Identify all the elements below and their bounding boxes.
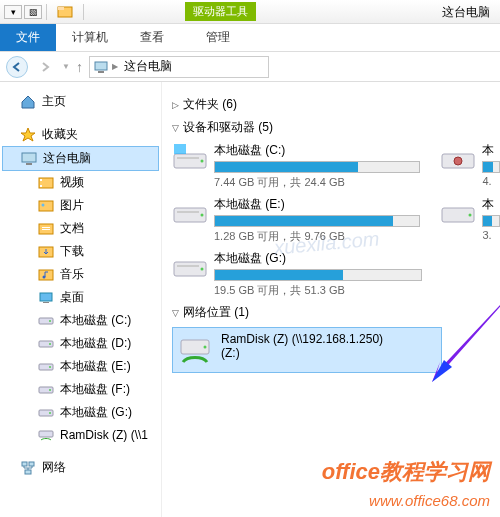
sidebar-item-videos[interactable]: 视频 xyxy=(0,171,161,194)
sidebar-label: 下载 xyxy=(60,243,84,260)
svg-rect-40 xyxy=(177,211,199,213)
drive-info: 本 3. xyxy=(482,196,500,244)
watermark: www.office68.com xyxy=(369,492,490,509)
sidebar-item-desktop[interactable]: 桌面 xyxy=(0,286,161,309)
sidebar-label: 本地磁盘 (F:) xyxy=(60,381,130,398)
manage-tab[interactable]: 管理 xyxy=(190,24,246,51)
sidebar-item-network[interactable]: 网络 xyxy=(0,456,161,479)
drive-stat: 7.44 GB 可用，共 24.4 GB xyxy=(214,175,420,190)
nav-bar: ▼ ↑ ▶ 这台电脑 xyxy=(0,52,500,82)
network-icon xyxy=(20,460,36,476)
sidebar-label: 本地磁盘 (D:) xyxy=(60,335,131,352)
sidebar-item-drive-d[interactable]: 本地磁盘 (D:) xyxy=(0,332,161,355)
drive-d-partial[interactable]: 本 4. xyxy=(440,142,500,190)
expand-icon: ▽ xyxy=(172,308,179,318)
history-dropdown[interactable]: ▼ xyxy=(62,62,70,71)
sidebar-label: 本地磁盘 (C:) xyxy=(60,312,131,329)
svg-rect-9 xyxy=(39,201,53,211)
svg-rect-34 xyxy=(174,144,186,154)
up-button[interactable]: ↑ xyxy=(76,59,83,75)
svg-point-43 xyxy=(469,214,472,217)
netdrive-icon xyxy=(177,332,213,368)
netdrive-icon xyxy=(38,427,54,443)
drive-icon xyxy=(172,196,208,232)
usage-bar xyxy=(482,215,500,227)
sidebar-item-drive-f[interactable]: 本地磁盘 (F:) xyxy=(0,378,161,401)
contextual-tab[interactable]: 驱动器工具 xyxy=(185,2,256,21)
svg-point-20 xyxy=(49,320,51,322)
drive-f-partial[interactable]: 本 3. xyxy=(440,196,500,244)
sidebar-item-favorites[interactable]: 收藏夹 xyxy=(0,123,161,146)
computer-tab[interactable]: 计算机 xyxy=(56,24,124,51)
sidebar-item-downloads[interactable]: 下载 xyxy=(0,240,161,263)
svg-point-28 xyxy=(49,412,51,414)
svg-rect-35 xyxy=(177,157,199,159)
sidebar-item-drive-e[interactable]: 本地磁盘 (E:) xyxy=(0,355,161,378)
breadcrumb[interactable]: 这台电脑 xyxy=(122,58,174,75)
svg-rect-29 xyxy=(39,431,53,437)
sidebar-label: 收藏夹 xyxy=(42,126,78,143)
sidebar-item-home[interactable]: 主页 xyxy=(0,90,161,113)
svg-point-26 xyxy=(49,389,51,391)
sidebar-label: 桌面 xyxy=(60,289,84,306)
sidebar-item-drive-g[interactable]: 本地磁盘 (G:) xyxy=(0,401,161,424)
file-tab[interactable]: 文件 xyxy=(0,24,56,51)
sidebar-label: 网络 xyxy=(42,459,66,476)
download-icon xyxy=(38,244,54,260)
section-folders[interactable]: ▷ 文件夹 (6) xyxy=(172,96,500,113)
qat-btn[interactable]: ▧ xyxy=(24,5,42,19)
drive-icon xyxy=(38,336,54,352)
drive-label: 本 xyxy=(482,196,500,213)
drive-icon xyxy=(38,359,54,375)
drive-icon xyxy=(38,313,54,329)
watermark: office教程学习网 xyxy=(322,457,490,487)
usage-bar xyxy=(214,161,420,173)
sidebar-item-pictures[interactable]: 图片 xyxy=(0,194,161,217)
sidebar-label: 这台电脑 xyxy=(43,150,91,167)
pc-icon xyxy=(94,60,108,74)
drive-stat: 19.5 GB 可用，共 51.3 GB xyxy=(214,283,422,298)
sidebar-label: 主页 xyxy=(42,93,66,110)
drive-label: 本 xyxy=(482,142,500,159)
network-drive-ramdisk[interactable]: RamDisk (Z) (\\192.168.1.250) (Z:) xyxy=(172,327,442,373)
drive-c[interactable]: 本地磁盘 (C:) 7.44 GB 可用，共 24.4 GB xyxy=(172,142,420,190)
usage-bar xyxy=(214,215,420,227)
forward-button[interactable] xyxy=(34,56,56,78)
sidebar-item-drive-c[interactable]: 本地磁盘 (C:) xyxy=(0,309,161,332)
back-button[interactable] xyxy=(6,56,28,78)
sidebar-label: 音乐 xyxy=(60,266,84,283)
address-bar[interactable]: ▶ 这台电脑 xyxy=(89,56,269,78)
svg-point-24 xyxy=(49,366,51,368)
view-tab[interactable]: 查看 xyxy=(124,24,180,51)
section-devices[interactable]: ▽ 设备和驱动器 (5) xyxy=(172,119,500,136)
sidebar-label: RamDisk (Z) (\\1 xyxy=(60,428,148,442)
section-label: 网络位置 (1) xyxy=(183,304,249,321)
svg-rect-8 xyxy=(40,185,42,187)
sidebar-item-documents[interactable]: 文档 xyxy=(0,217,161,240)
sidebar-item-thispc[interactable]: 这台电脑 xyxy=(2,146,159,171)
sidebar-label: 视频 xyxy=(60,174,84,191)
drive-info: 本 4. xyxy=(482,142,500,190)
svg-rect-3 xyxy=(98,71,104,73)
sidebar-item-music[interactable]: 音乐 xyxy=(0,263,161,286)
sidebar-item-ramdisk[interactable]: RamDisk (Z) (\\1 xyxy=(0,424,161,446)
drive-icon xyxy=(172,250,208,286)
window-quick-access: ▾ ▧ xyxy=(0,5,42,19)
svg-rect-12 xyxy=(42,227,50,228)
svg-rect-13 xyxy=(42,229,50,230)
chevron-right-icon[interactable]: ▶ xyxy=(112,62,118,71)
qat-btn[interactable]: ▾ xyxy=(4,5,22,19)
drive-stat: 4. xyxy=(482,175,500,187)
title-bar: ▾ ▧ 驱动器工具 这台电脑 xyxy=(0,0,500,24)
svg-rect-18 xyxy=(43,302,49,303)
section-network[interactable]: ▽ 网络位置 (1) xyxy=(172,304,500,321)
drive-row: 本地磁盘 (C:) 7.44 GB 可用，共 24.4 GB 本 4. xyxy=(172,142,500,190)
picture-icon xyxy=(38,198,54,214)
svg-point-41 xyxy=(201,214,204,217)
sidebar-label: 文档 xyxy=(60,220,84,237)
separator xyxy=(46,4,47,20)
netdrive-sub: (Z:) xyxy=(221,346,437,360)
window-title: 这台电脑 xyxy=(442,4,490,21)
drive-label: 本地磁盘 (C:) xyxy=(214,142,420,159)
drive-icon xyxy=(440,142,476,178)
